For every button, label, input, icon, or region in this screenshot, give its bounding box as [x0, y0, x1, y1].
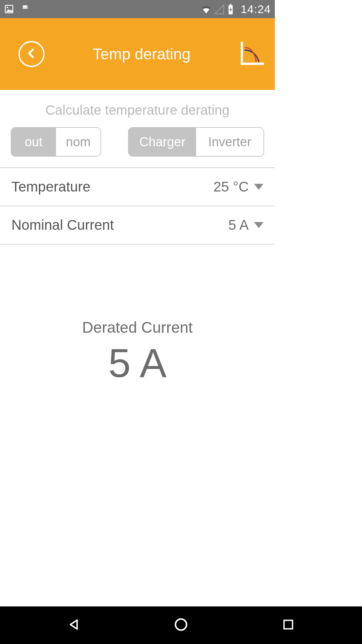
- temperature-value-wrap: 25 °C: [213, 179, 263, 195]
- wifi-icon: [200, 4, 210, 14]
- status-left-icons: [4, 4, 30, 14]
- result-section: Derated Current 5 A: [0, 318, 275, 386]
- back-button[interactable]: [18, 41, 45, 67]
- svg-rect-7: [230, 4, 231, 5]
- page-title: Temp derating: [93, 45, 191, 63]
- app-header: Temp derating: [0, 18, 275, 90]
- cell-signal-icon: [214, 4, 224, 14]
- result-value: 5 A: [0, 340, 275, 386]
- android-head-icon: [20, 4, 30, 14]
- temperature-row[interactable]: Temperature 25 °C: [0, 168, 275, 206]
- segments-row: out nom Charger Inverter: [0, 127, 275, 157]
- segment-group-device: Charger Inverter: [128, 127, 264, 157]
- divider: [0, 244, 275, 245]
- segment-group-mode: out nom: [11, 127, 101, 157]
- nominal-current-row[interactable]: Nominal Current 5 A: [0, 206, 275, 244]
- segment-inverter[interactable]: Inverter: [196, 128, 263, 156]
- nominal-current-value-wrap: 5 A: [228, 217, 263, 233]
- svg-point-1: [7, 7, 8, 8]
- battery-charging-icon: [227, 4, 237, 14]
- nominal-current-value: 5 A: [228, 217, 249, 233]
- status-right-icons: 14:24: [200, 3, 271, 16]
- subtitle: Calculate temperature derating: [0, 90, 275, 127]
- segment-charger[interactable]: Charger: [129, 128, 196, 156]
- result-label: Derated Current: [0, 318, 275, 336]
- chevron-down-icon: [254, 184, 263, 190]
- temperature-label: Temperature: [11, 179, 90, 195]
- picture-icon: [4, 4, 14, 14]
- segment-out[interactable]: out: [11, 128, 56, 156]
- status-time: 14:24: [241, 3, 271, 16]
- segment-nom[interactable]: nom: [56, 128, 101, 156]
- chevron-left-icon: [26, 48, 37, 60]
- derating-curve-icon: [239, 40, 265, 68]
- chart-button[interactable]: [239, 41, 265, 67]
- svg-point-4: [23, 7, 24, 8]
- nominal-current-label: Nominal Current: [11, 217, 114, 233]
- android-status-bar: 14:24: [0, 0, 275, 18]
- chevron-down-icon: [254, 222, 263, 228]
- temperature-value: 25 °C: [213, 179, 249, 195]
- svg-point-5: [26, 7, 27, 8]
